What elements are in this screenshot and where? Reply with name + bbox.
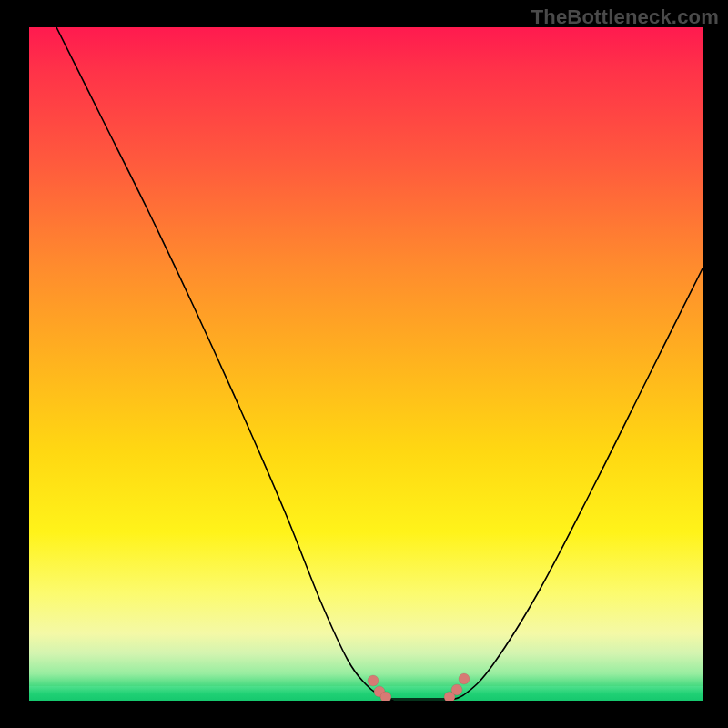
bottleneck-curve — [29, 27, 703, 701]
chart-frame: TheBottleneck.com — [0, 0, 728, 728]
curve-left-path — [56, 27, 393, 701]
curve-markers — [368, 673, 470, 701]
plot-area — [29, 27, 703, 701]
curve-right-path — [448, 268, 703, 701]
curve-marker — [380, 692, 391, 701]
curve-marker — [451, 684, 462, 695]
curve-marker — [459, 673, 470, 684]
curve-marker — [368, 675, 379, 686]
watermark-text: TheBottleneck.com — [531, 5, 719, 29]
